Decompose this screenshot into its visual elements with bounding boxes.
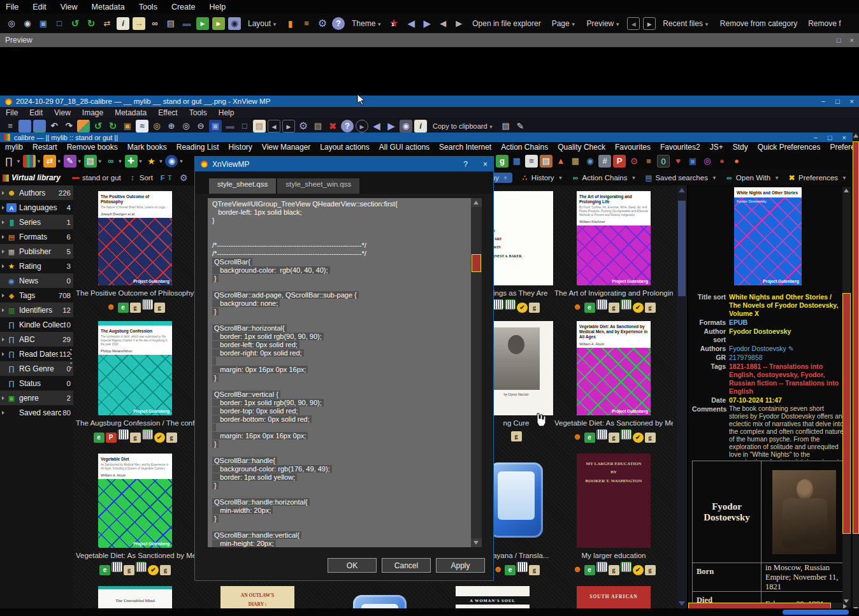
folder-tree-icon[interactable]: ≡ bbox=[300, 17, 313, 30]
sidebar-item[interactable]: Languages 4 bbox=[0, 200, 73, 215]
export-icon[interactable]: → bbox=[133, 17, 145, 30]
menu-item[interactable]: Effect bbox=[158, 108, 177, 117]
sidebar-item[interactable]: News 0 bbox=[0, 273, 73, 288]
menu-item[interactable]: Metadata bbox=[92, 3, 125, 11]
curves-icon[interactable]: ≈ bbox=[136, 120, 148, 133]
file-info-icon[interactable]: i bbox=[117, 17, 129, 30]
saved-search-indicator[interactable]: stand or gut bbox=[72, 174, 121, 182]
sidebar-item[interactable]: Saved searches 80 bbox=[0, 405, 73, 420]
sidebar-item[interactable]: ABC 29 bbox=[0, 332, 73, 347]
bottom-hscrollbar-handle[interactable] bbox=[783, 610, 849, 615]
browse-folder-icon[interactable]: ▤ bbox=[312, 120, 324, 133]
dialog-titlebar[interactable]: XnViewMP ? × bbox=[195, 157, 493, 171]
donate-icon[interactable]: ♥ bbox=[672, 155, 684, 168]
scroll-up-icon[interactable] bbox=[844, 189, 849, 192]
theme-button[interactable]: Theme▼ bbox=[352, 19, 382, 28]
field-value[interactable]: 1821-1881 -- Translations into English, … bbox=[729, 362, 844, 396]
filmstrip-icon[interactable]: ▬ bbox=[180, 17, 193, 30]
field-value[interactable]: EPUB bbox=[729, 319, 844, 327]
device-icon[interactable]: ▣ bbox=[686, 155, 699, 168]
count-icon[interactable]: # bbox=[598, 155, 611, 168]
redo-icon[interactable]: ↷ bbox=[62, 120, 75, 133]
field-value[interactable]: The book containing seven short stories … bbox=[729, 405, 844, 460]
sidebar-item[interactable]: genre 2 bbox=[0, 390, 73, 405]
layout-button[interactable]: Layout▼ bbox=[248, 19, 277, 28]
rotate-left-icon[interactable]: ↺ bbox=[92, 120, 105, 133]
cancel-button[interactable]: Cancel bbox=[382, 558, 431, 573]
calibre-titlebar[interactable]: calibre — || mylib :: stand or gut || − … bbox=[0, 133, 859, 142]
action-menu-item[interactable]: Action Chains bbox=[501, 143, 548, 152]
details-scrollbar[interactable] bbox=[842, 187, 851, 607]
book-cell[interactable]: Vegetable Diet As Sanctioned by Medical … bbox=[76, 451, 194, 573]
binary-icon[interactable]: 0 bbox=[657, 155, 670, 168]
preview-button[interactable]: Preview▼ bbox=[587, 19, 621, 28]
expand-icon[interactable] bbox=[2, 220, 4, 224]
rating-filter-icon[interactable]: ★1 bbox=[389, 17, 401, 30]
editor-scrollbar-handle[interactable] bbox=[472, 254, 481, 272]
scroll-down-icon[interactable] bbox=[679, 601, 685, 606]
book-list-icon[interactable] bbox=[23, 155, 36, 168]
sidebar-item[interactable]: Read Dates 112 bbox=[0, 347, 73, 361]
image-icon[interactable]: ▤ bbox=[253, 120, 266, 133]
add-books-icon[interactable]: ✚ bbox=[125, 155, 138, 168]
convert-icon[interactable]: ▶ bbox=[196, 17, 209, 30]
plugin-icon[interactable]: ▦ bbox=[510, 155, 523, 168]
nav-back-icon[interactable]: ◀ bbox=[437, 17, 449, 30]
scroll-up-icon[interactable] bbox=[853, 134, 858, 138]
action-menu-item[interactable]: Search Internet bbox=[439, 143, 491, 152]
docs-icon[interactable]: ≡ bbox=[525, 155, 538, 168]
expand-icon[interactable] bbox=[2, 264, 4, 268]
book-cell[interactable]: The Augsburg Confession The confession o… bbox=[76, 319, 194, 440]
action-menu-item[interactable]: JS+ bbox=[710, 143, 723, 152]
pin-icon[interactable]: ★ bbox=[145, 155, 157, 168]
grid-scrollbar[interactable] bbox=[677, 185, 687, 608]
details-scrollbar-handle[interactable] bbox=[842, 293, 851, 534]
news-icon[interactable]: ◉ bbox=[165, 155, 178, 168]
stylesheet-editor[interactable]: QTreeView#UIGroup_TreeView QHeaderView::… bbox=[208, 198, 482, 547]
action-menu-item[interactable]: Restart bbox=[32, 143, 57, 152]
gutenberg-icon[interactable]: g bbox=[496, 155, 509, 168]
zoom-out-icon[interactable]: ⊖ bbox=[194, 120, 207, 133]
menu-item[interactable]: Help bbox=[209, 3, 226, 11]
zoom-actual-icon[interactable]: ◎ bbox=[180, 120, 192, 133]
zoom-search-icon[interactable]: ◎ bbox=[150, 120, 163, 133]
field-value[interactable]: Fyodor Dostoevsky ✎ bbox=[729, 345, 844, 353]
help-icon[interactable]: ? bbox=[341, 120, 354, 133]
expand-icon[interactable] bbox=[2, 396, 4, 400]
grid-scrollbar-handle[interactable] bbox=[678, 201, 686, 296]
sidebar-item[interactable]: Rating 3 bbox=[0, 259, 73, 273]
page-button[interactable]: Page▼ bbox=[552, 19, 576, 28]
editor-scrollbar[interactable] bbox=[471, 198, 482, 547]
nav-forward-blue-icon[interactable]: ▶ bbox=[421, 17, 433, 30]
menu-item[interactable]: Tools bbox=[189, 108, 207, 117]
selected-book-cover[interactable]: White Nights and Other Stories Fyodor Do… bbox=[734, 187, 802, 285]
crop-icon[interactable]: ▣ bbox=[121, 120, 134, 133]
nav-back-icon[interactable]: ◀ bbox=[370, 120, 383, 133]
action-menu-item[interactable]: Favourites2 bbox=[660, 143, 700, 152]
fullscreen-icon[interactable]: ▣ bbox=[209, 120, 222, 133]
save-icon[interactable] bbox=[18, 120, 31, 133]
recent-files-button[interactable]: Recent files▼ bbox=[663, 19, 709, 28]
open-in-file-explorer-button[interactable]: Open in file explorer bbox=[472, 19, 540, 28]
restore-button[interactable]: □ bbox=[828, 134, 832, 141]
action-menu-item[interactable]: Remove books bbox=[67, 143, 118, 152]
expand-icon[interactable] bbox=[2, 206, 4, 210]
saved-searches-button[interactable]: Saved searches ▼ bbox=[644, 173, 716, 182]
rotate-right-icon[interactable]: ↻ bbox=[106, 120, 119, 133]
zoom-actual-icon[interactable]: ◎ bbox=[5, 17, 18, 30]
expand-icon[interactable] bbox=[2, 411, 4, 415]
book-cell[interactable]: Vegetable Diet: As Sanctioned by Medical… bbox=[554, 319, 673, 440]
sidebar-item[interactable]: Authors 226 bbox=[0, 185, 73, 200]
capture-icon[interactable]: ◉ bbox=[228, 17, 241, 30]
action-menu-item[interactable]: Quick Preferences bbox=[758, 143, 821, 152]
menu-item[interactable]: File bbox=[6, 108, 18, 117]
web-icon[interactable]: ◉ bbox=[584, 155, 596, 168]
bookmark-icon[interactable]: ▮ bbox=[284, 17, 297, 30]
print-icon[interactable]: ▤ bbox=[164, 17, 177, 30]
action-menu-item[interactable]: Layout actions bbox=[320, 143, 369, 152]
sort-button[interactable]: Sort bbox=[129, 174, 153, 182]
edit-metadata-icon[interactable]: ✎ bbox=[64, 155, 76, 168]
fetch-news-icon[interactable]: ⇄ bbox=[43, 155, 56, 168]
menu-item[interactable]: Image bbox=[82, 108, 103, 117]
edit-text-icon[interactable]: ✎ bbox=[514, 120, 527, 133]
